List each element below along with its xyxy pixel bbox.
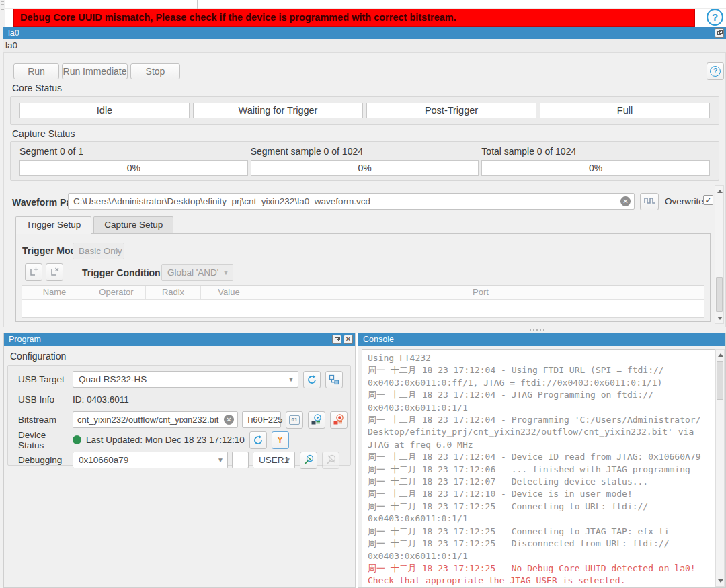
refresh-icon bbox=[253, 435, 264, 446]
core-state-waiting: Waiting for Trigger bbox=[193, 103, 363, 118]
usb-target-select[interactable]: Quad RS232-HS▼ bbox=[73, 371, 298, 388]
tab-separator bbox=[197, 0, 198, 9]
jtag-user-select[interactable]: USER1▼ bbox=[253, 452, 295, 468]
usb-info-value: ID: 0403:6011 bbox=[73, 394, 129, 405]
program-titlebar[interactable]: Program ✕ bbox=[4, 333, 355, 346]
console-line: 周一 十二月 18 23 17:12:04 - Programming 'C:/… bbox=[368, 414, 715, 426]
jtag-chain-button[interactable]: Y bbox=[272, 431, 289, 449]
trigger-condition-select[interactable]: Global 'AND'▼ bbox=[161, 264, 233, 281]
device-status-label: Device Status bbox=[18, 430, 73, 450]
close-icon[interactable]: ✕ bbox=[344, 335, 353, 344]
run-immediate-button[interactable]: Run Immediate bbox=[62, 63, 128, 79]
trigger-mode-select[interactable]: Basic Only▼ bbox=[73, 243, 124, 259]
jtag-icon: Y bbox=[277, 435, 283, 445]
refresh-status-button[interactable] bbox=[249, 431, 267, 449]
console-log[interactable]: Using FT4232周一 十二月 18 23 17:12:04 - Usin… bbox=[362, 349, 715, 587]
tab-separator bbox=[149, 0, 149, 9]
usb-target-value: Quad RS232-HS bbox=[79, 374, 147, 384]
console-titlebar[interactable]: Console bbox=[358, 333, 725, 346]
program-panel: Program ✕ Configuration USB Target Quad … bbox=[3, 333, 356, 588]
waveform-scrollbar[interactable] bbox=[715, 185, 724, 324]
clear-path-icon[interactable]: ✕ bbox=[620, 196, 631, 206]
column-radix[interactable]: Radix bbox=[146, 286, 201, 299]
overwrite-checkbox[interactable]: ✓ bbox=[703, 195, 713, 205]
scroll-thumb[interactable] bbox=[716, 277, 723, 312]
la0-titlebar[interactable]: la0 bbox=[3, 27, 726, 39]
configuration-group: USB Target Quad RS232-HS▼ USB Info I bbox=[7, 365, 351, 466]
console-line: 周一 十二月 18 23 17:12:04 - Using FTDI URL (… bbox=[368, 364, 715, 376]
device-field[interactable]: Ti60F225 bbox=[242, 411, 281, 428]
trigger-table: Name Operator Radix Value Port bbox=[22, 285, 704, 318]
column-value[interactable]: Value bbox=[201, 286, 257, 299]
scroll-down-icon[interactable] bbox=[718, 579, 723, 583]
debug-core-select[interactable]: 0x10660a79▼ bbox=[73, 452, 228, 468]
console-line: 0x0403:0x6011:0:ff/1, JTAG = ftdi://0x04… bbox=[368, 377, 715, 389]
scan-topology-button[interactable] bbox=[325, 371, 343, 388]
tab-capture-setup[interactable]: Capture Setup bbox=[93, 216, 173, 233]
remove-trigger-button[interactable] bbox=[46, 263, 63, 281]
console-line: 周一 十二月 18 23 17:12:07 - Detecting device… bbox=[368, 476, 715, 488]
stop-button[interactable]: Stop bbox=[130, 63, 180, 79]
probe-remove-icon bbox=[49, 267, 60, 278]
probe-add-icon bbox=[28, 267, 39, 278]
debugging-row: Debugging 0x10660a79▼ USER1▼ bbox=[18, 451, 350, 469]
help-icon[interactable]: ? bbox=[707, 9, 723, 26]
float-window-icon[interactable] bbox=[332, 335, 341, 344]
status-dot bbox=[73, 435, 81, 444]
la0-instance-label: la0 bbox=[3, 39, 726, 52]
stop-programming-button[interactable] bbox=[330, 411, 348, 429]
disconnect-debugger-button[interactable] bbox=[322, 452, 339, 469]
splitter-grip[interactable] bbox=[530, 329, 547, 331]
waveform-path-input[interactable]: C:\Users\Administrator\Desktop\efinity_p… bbox=[68, 193, 635, 210]
bitstream-label: Bitstream bbox=[18, 415, 73, 425]
add-trigger-button[interactable] bbox=[25, 263, 42, 281]
scroll-thumb[interactable] bbox=[717, 361, 723, 400]
usb-info-label: USB Info bbox=[18, 394, 73, 405]
scroll-down-icon[interactable] bbox=[717, 317, 723, 320]
core-state-idle: Idle bbox=[19, 103, 190, 118]
run-button[interactable]: Run bbox=[13, 63, 59, 79]
scroll-up-icon[interactable] bbox=[718, 353, 723, 357]
float-window-icon[interactable] bbox=[715, 28, 724, 38]
horizontal-splitter[interactable] bbox=[0, 327, 726, 333]
bitstream-input[interactable]: cnt_yixin232/outflow/cnt_yixin232.bit ✕ bbox=[73, 411, 238, 428]
core-state-posttrigger: Post-Trigger bbox=[366, 103, 536, 118]
console-panel: Console Using FT4232周一 十二月 18 23 17:12:0… bbox=[358, 333, 726, 588]
console-line: 周一 十二月 18 23 17:12:10 - Device is in use… bbox=[368, 488, 715, 500]
error-banner: Debug Core UUID mismatch, Please check i… bbox=[13, 9, 695, 27]
waveform-section: Waveform Path C:\Users\Administrator\Des… bbox=[4, 184, 725, 327]
segment-sample-label: Segment sample 0 of 1024 bbox=[251, 146, 479, 157]
clear-bitstream-icon[interactable]: ✕ bbox=[224, 415, 234, 425]
help-button[interactable]: ? bbox=[707, 62, 724, 80]
console-line: Desktop/efinity_prj/cnt_yixin232/outflow… bbox=[368, 426, 715, 438]
console-line: Using FT4232 bbox=[368, 352, 715, 364]
trigger-condition-value: Global 'AND' bbox=[167, 267, 218, 278]
trigger-condition-label: Trigger Condition bbox=[82, 267, 161, 278]
capture-status-group: Segment 0 of 1 0% Segment sample 0 of 10… bbox=[10, 141, 719, 181]
binary-mode-button[interactable]: 01 bbox=[286, 411, 303, 429]
column-port[interactable]: Port bbox=[257, 286, 704, 299]
console-scrollbar[interactable] bbox=[715, 349, 725, 587]
scroll-up-icon[interactable] bbox=[717, 190, 723, 193]
column-operator[interactable]: Operator bbox=[87, 286, 146, 299]
refresh-usb-button[interactable] bbox=[303, 371, 321, 388]
usb-target-row: USB Target Quad RS232-HS▼ bbox=[18, 370, 350, 388]
debugging-label: Debugging bbox=[18, 455, 73, 465]
debug-index-field[interactable] bbox=[232, 452, 249, 468]
la0-title: la0 bbox=[8, 28, 19, 38]
console-line: 周一 十二月 18 23 17:12:25 - No Debug Core UU… bbox=[368, 562, 715, 575]
tab-trigger-setup[interactable]: Trigger Setup bbox=[15, 216, 91, 234]
topology-icon bbox=[329, 374, 339, 385]
console-title: Console bbox=[363, 335, 394, 344]
core-status-label: Core Status bbox=[12, 83, 62, 93]
connect-debugger-button[interactable] bbox=[300, 452, 317, 469]
probe-disconnect-icon bbox=[325, 454, 337, 466]
program-device-button[interactable] bbox=[308, 411, 325, 429]
column-name[interactable]: Name bbox=[22, 286, 87, 299]
total-sample-progressbar: 0% bbox=[481, 160, 710, 176]
open-waveform-button[interactable] bbox=[640, 193, 659, 210]
debugger-panel: Run Run Immediate Stop ? Core Status Idl… bbox=[3, 52, 726, 327]
dock-grip[interactable] bbox=[1, 1, 4, 11]
trigger-table-header: Name Operator Radix Value Port bbox=[22, 286, 704, 300]
console-line: 周一 十二月 18 23 17:12:25 - Disconnected fro… bbox=[368, 538, 715, 550]
